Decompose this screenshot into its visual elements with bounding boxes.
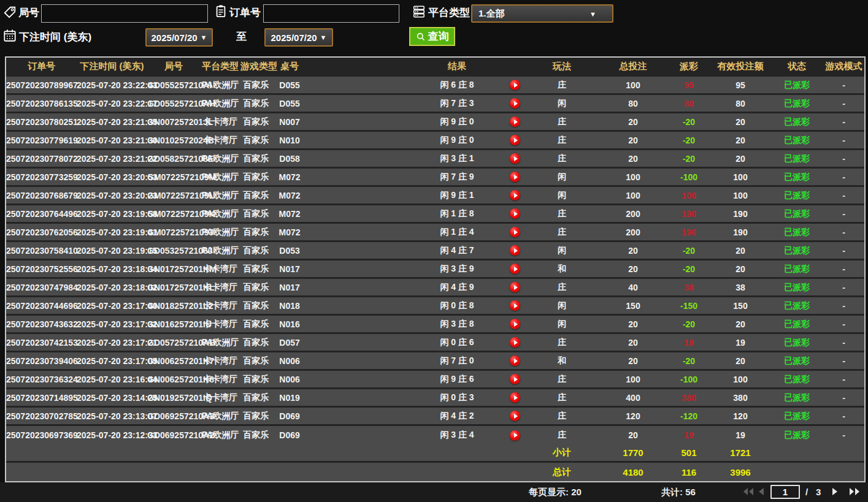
cell-bet-on: 庄 (525, 411, 599, 422)
cell-order-no: 250720230786135 (6, 99, 77, 108)
game-no-input[interactable] (41, 4, 208, 23)
cell-payout: -20 (667, 264, 710, 274)
play-icon (510, 282, 520, 292)
cell-total-bet: 20 (599, 117, 667, 127)
total-count-text: 共计: 56 (661, 487, 696, 498)
replay-button[interactable] (510, 116, 520, 127)
cell-bet-time: 2025-07-20 23:20:23 (77, 191, 147, 200)
replay-button[interactable] (510, 172, 520, 182)
cell-status: 已派彩 (770, 208, 823, 219)
cell-payout: 38 (667, 283, 710, 292)
replay-button[interactable] (510, 319, 520, 329)
cell-bet-time: 2025-07-20 23:17:21 (77, 338, 147, 348)
cell-table-no: D069 (271, 411, 308, 421)
cell-bet-on: 和 (525, 264, 599, 275)
cell-bet-time: 2025-07-20 23:18:34 (77, 264, 147, 274)
cell-valid-bet: 20 (710, 246, 770, 256)
cell-payout: -20 (667, 117, 710, 127)
cell-valid-bet: 20 (710, 356, 770, 366)
server-list-icon (412, 5, 426, 18)
replay-button[interactable] (510, 135, 520, 145)
play-icon (510, 227, 520, 237)
cell-payout: 80 (667, 99, 710, 108)
col-header-result: 结果 (410, 61, 504, 72)
page-number-input[interactable] (770, 485, 800, 499)
search-button[interactable]: 查询 (409, 27, 455, 46)
cell-game-no: GD069257210A2 (147, 430, 200, 440)
next-page-button[interactable] (832, 487, 838, 496)
order-no-input[interactable] (263, 4, 399, 23)
cell-game-no: GM0722572109M (147, 172, 200, 182)
replay-button[interactable] (510, 208, 520, 219)
last-page-button[interactable] (849, 487, 860, 496)
cell-game-mode: - (823, 283, 864, 292)
replay-button[interactable] (510, 300, 520, 311)
date-from-select[interactable]: 2025/07/20 ▼ (145, 28, 213, 47)
page-separator: / (805, 487, 808, 497)
cell-game-no: GN017257201KM (147, 264, 200, 274)
cell-platform: 卡卡湾厅 (200, 116, 240, 127)
table-body: 250720230789967 2025-07-20 23:22:43 GD05… (6, 77, 864, 444)
table-row: 250720230752556 2025-07-20 23:18:34 GN01… (6, 261, 864, 279)
cell-valid-bet: 190 (710, 209, 770, 219)
cell-table-no: N018 (271, 301, 308, 311)
search-button-label: 查询 (428, 29, 449, 44)
replay-button[interactable] (510, 98, 520, 108)
replay-button[interactable] (510, 264, 520, 274)
cell-order-no: 250720230736324 (6, 375, 77, 384)
cell-game-type: 百家乐 (240, 80, 271, 91)
cell-table-no: D058 (271, 154, 308, 164)
cell-result: 闲 9 庄 0 (410, 135, 504, 146)
cell-bet-on: 庄 (525, 208, 599, 219)
platform-type-select[interactable]: 1.全部 ▼ (471, 4, 613, 23)
replay-button[interactable] (510, 153, 520, 164)
cell-payout: -120 (667, 411, 710, 421)
play-icon (510, 319, 520, 329)
table-row: 250720230739406 2025-07-20 23:17:05 GN00… (6, 352, 864, 371)
replay-button[interactable] (510, 356, 520, 366)
table-row: 250720230768679 2025-07-20 23:20:23 GM07… (6, 187, 864, 205)
replay-button[interactable] (510, 374, 520, 384)
replay-button[interactable] (510, 227, 520, 237)
col-header-bet-time: 下注时间 (美东) (77, 61, 147, 72)
replay-button[interactable] (510, 392, 520, 403)
first-page-button[interactable] (743, 487, 754, 496)
cell-bet-on: 闲 (525, 319, 599, 330)
prev-page-button[interactable] (758, 487, 764, 496)
cell-result: 闲 3 庄 8 (410, 319, 504, 330)
cell-order-no: 250720230744696 (6, 301, 77, 311)
cell-total-bet: 400 (599, 393, 667, 403)
cell-bet-time: 2025-07-20 23:12:33 (77, 430, 147, 440)
cell-payout: -20 (667, 154, 710, 164)
replay-button[interactable] (510, 411, 520, 421)
cell-total-bet: 120 (599, 411, 667, 421)
cell-valid-bet: 19 (710, 430, 770, 440)
cell-game-type: 百家乐 (240, 374, 271, 385)
play-icon (510, 190, 520, 200)
cell-game-mode: - (823, 191, 864, 200)
cell-order-no: 250720230697369 (6, 430, 77, 440)
cell-status: 已派彩 (770, 190, 823, 201)
replay-button[interactable] (510, 80, 520, 90)
cell-bet-on: 闲 (525, 300, 599, 311)
replay-button[interactable] (510, 245, 520, 256)
cell-status: 已派彩 (770, 153, 823, 164)
cell-game-type: 百家乐 (240, 430, 271, 441)
cell-total-bet: 80 (599, 99, 667, 108)
cell-total-bet: 100 (599, 191, 667, 200)
replay-button[interactable] (510, 337, 520, 348)
cell-valid-bet: 100 (710, 191, 770, 200)
replay-button[interactable] (510, 282, 520, 292)
cell-game-mode: - (823, 80, 864, 90)
col-header-payout: 派彩 (667, 61, 710, 72)
play-icon (510, 80, 520, 90)
cell-game-type: 百家乐 (240, 116, 271, 127)
replay-button[interactable] (510, 430, 520, 441)
col-header-valid-bet: 有效投注额 (710, 61, 770, 72)
cell-valid-bet: 20 (710, 154, 770, 164)
date-to-select[interactable]: 2025/07/20 ▼ (264, 28, 333, 47)
cell-table-no: D055 (271, 99, 308, 108)
game-no-label: 局号 (18, 6, 39, 20)
play-icon (510, 153, 520, 164)
replay-button[interactable] (510, 190, 520, 200)
